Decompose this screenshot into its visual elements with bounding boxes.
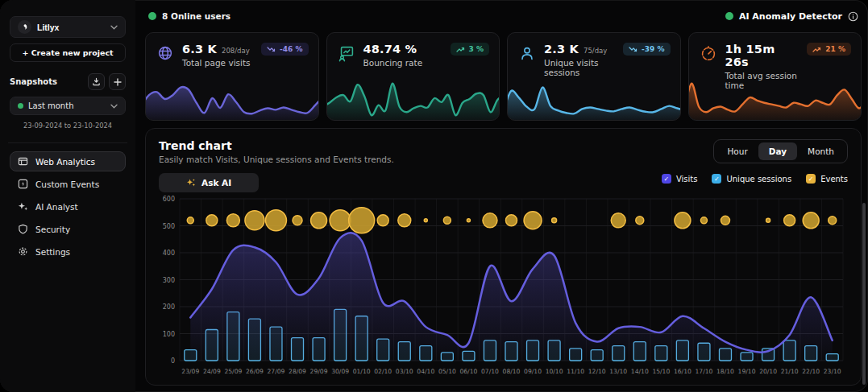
svg-text:04/10: 04/10 bbox=[417, 368, 434, 375]
svg-text:18/10: 18/10 bbox=[716, 368, 734, 375]
stat-value: 6.3 K bbox=[182, 43, 217, 56]
svg-text:100: 100 bbox=[163, 331, 175, 338]
svg-text:30/09: 30/09 bbox=[331, 368, 349, 375]
stat-card-unique-visits[interactable]: 2.3 K 75/day Unique visits sessions -39 … bbox=[507, 32, 681, 121]
checkbox-events: ✓ bbox=[806, 174, 816, 184]
stat-title: Bouncing rate bbox=[363, 58, 443, 68]
shield-icon bbox=[18, 224, 28, 234]
stat-card-avg-session-time[interactable]: 1h 15m 26s Total avg session time 21 % bbox=[688, 32, 862, 121]
sparkline-total-page-visits bbox=[145, 74, 319, 121]
svg-text:24/09: 24/09 bbox=[203, 368, 221, 375]
tab-hour[interactable]: Hour bbox=[716, 142, 758, 160]
trend-chart[interactable]: 010020030040050060023/0924/0925/0926/092… bbox=[159, 196, 848, 379]
svg-text:23/09: 23/09 bbox=[181, 368, 199, 375]
info-icon[interactable] bbox=[848, 11, 858, 22]
svg-text:02/10: 02/10 bbox=[374, 368, 392, 375]
svg-text:14/10: 14/10 bbox=[631, 368, 649, 375]
svg-text:0: 0 bbox=[171, 357, 175, 365]
event-bolt-icon bbox=[18, 179, 28, 189]
snapshot-download-button[interactable] bbox=[88, 73, 105, 90]
checkbox-unique-sessions: ✓ bbox=[712, 174, 721, 184]
tab-day[interactable]: Day bbox=[758, 142, 797, 160]
svg-text:29/09: 29/09 bbox=[310, 368, 328, 375]
trend-badge: -39 % bbox=[623, 43, 670, 56]
scrollbar[interactable] bbox=[862, 203, 866, 385]
sparkline-avg-session-time bbox=[688, 74, 862, 121]
svg-text:25/09: 25/09 bbox=[224, 368, 242, 375]
svg-text:06/10: 06/10 bbox=[459, 368, 477, 375]
svg-text:07/10: 07/10 bbox=[481, 368, 499, 375]
legend-events[interactable]: ✓ Events bbox=[806, 174, 848, 184]
svg-text:16/10: 16/10 bbox=[674, 368, 691, 375]
browser-icon bbox=[18, 156, 28, 167]
sidebar-item-web-analytics[interactable]: Web Analytics bbox=[10, 151, 126, 171]
download-icon bbox=[92, 77, 101, 86]
snapshots-label: Snapshots bbox=[10, 77, 57, 86]
app-root: Litlyx + Create new project Snapshots La… bbox=[0, 0, 868, 392]
sparkles-icon bbox=[186, 178, 196, 188]
svg-text:09/10: 09/10 bbox=[524, 368, 542, 375]
snapshot-period-select[interactable]: Last month bbox=[10, 97, 126, 115]
trend-up-icon bbox=[456, 46, 465, 53]
svg-text:12/10: 12/10 bbox=[588, 368, 606, 375]
litlyx-logo-icon bbox=[18, 20, 31, 34]
svg-text:600: 600 bbox=[163, 196, 175, 203]
svg-text:11/10: 11/10 bbox=[567, 368, 584, 375]
globe-icon bbox=[156, 43, 175, 66]
sidebar-item-custom-events[interactable]: Custom Events bbox=[10, 174, 126, 194]
snapshots-row: Snapshots bbox=[10, 73, 126, 90]
trend-badge: 21 % bbox=[807, 43, 851, 56]
stat-card-bouncing-rate[interactable]: 48.74 % Bouncing rate 3 % bbox=[326, 32, 500, 121]
trend-badge: 3 % bbox=[451, 43, 489, 56]
snapshot-date-range: 23-09-2024 to 23-10-2024 bbox=[10, 122, 126, 130]
trend-down-icon bbox=[267, 46, 276, 53]
person-icon bbox=[517, 43, 537, 66]
svg-text:500: 500 bbox=[163, 223, 175, 230]
legend-unique-sessions[interactable]: ✓ Unique sessions bbox=[712, 174, 791, 184]
period-selected: Last month bbox=[28, 101, 106, 110]
trend-header-left: Trend chart Easily match Visits, Unique … bbox=[159, 139, 394, 192]
svg-text:26/09: 26/09 bbox=[246, 368, 264, 375]
sidebar-item-settings[interactable]: Settings bbox=[10, 241, 126, 262]
create-project-button[interactable]: + Create new project bbox=[10, 43, 126, 62]
svg-text:23/10: 23/10 bbox=[824, 368, 841, 375]
trend-up-icon bbox=[812, 46, 821, 53]
legend-visits[interactable]: ✓ Visits bbox=[662, 174, 698, 184]
sidebar: Litlyx + Create new project Snapshots La… bbox=[0, 0, 135, 392]
stat-per-day: 208/day bbox=[222, 47, 250, 55]
svg-text:20/10: 20/10 bbox=[759, 368, 777, 375]
svg-text:28/09: 28/09 bbox=[289, 368, 306, 375]
chevron-down-icon bbox=[110, 25, 118, 30]
trend-title: Trend chart bbox=[159, 139, 394, 152]
stat-value: 2.3 K bbox=[544, 43, 579, 56]
svg-text:13/10: 13/10 bbox=[609, 368, 627, 375]
snapshot-add-button[interactable] bbox=[109, 73, 126, 90]
project-name: Litlyx bbox=[37, 23, 105, 32]
svg-text:27/09: 27/09 bbox=[268, 368, 285, 375]
trend-subtitle: Easily match Visits, Unique sessions and… bbox=[159, 155, 394, 164]
trend-chart-panel: Trend chart Easily match Visits, Unique … bbox=[145, 128, 862, 386]
stat-value: 48.74 % bbox=[363, 43, 417, 56]
svg-text:300: 300 bbox=[163, 277, 175, 284]
tab-month[interactable]: Month bbox=[797, 142, 845, 160]
svg-text:15/10: 15/10 bbox=[652, 368, 670, 375]
anomaly-status-dot bbox=[725, 12, 733, 20]
sidebar-item-ai-analyst[interactable]: AI Analyst bbox=[10, 196, 126, 217]
ask-ai-button[interactable]: Ask AI bbox=[159, 173, 259, 192]
sparkline-unique-visits bbox=[507, 74, 681, 121]
chart-legend: ✓ Visits ✓ Unique sessions ✓ Events bbox=[662, 174, 848, 184]
trend-badge: -46 % bbox=[261, 43, 308, 56]
sidebar-item-security[interactable]: Security bbox=[10, 219, 126, 239]
plus-icon bbox=[114, 78, 122, 86]
stat-cards-row: 6.3 K 208/day Total page visits -46 % bbox=[145, 32, 862, 121]
stat-value: 1h 15m 26s bbox=[725, 43, 795, 68]
project-selector[interactable]: Litlyx bbox=[10, 16, 126, 38]
svg-text:200: 200 bbox=[163, 303, 175, 311]
ai-anomaly-detector: AI Anomaly Detector bbox=[725, 11, 858, 22]
stat-per-day: 75/day bbox=[584, 47, 607, 55]
bounce-rate-icon bbox=[337, 43, 356, 66]
trend-header-right: Hour Day Month ✓ Visits ✓ Unique session… bbox=[662, 139, 848, 184]
svg-text:05/10: 05/10 bbox=[438, 368, 456, 375]
stat-card-total-page-visits[interactable]: 6.3 K 208/day Total page visits -46 % bbox=[145, 32, 319, 121]
sparkles-icon bbox=[18, 201, 28, 212]
